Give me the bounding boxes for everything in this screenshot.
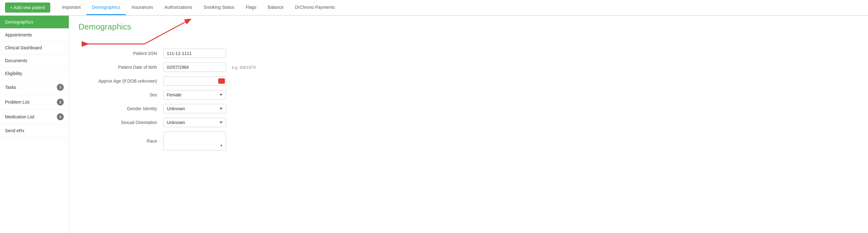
- demographics-title: Demographics: [79, 22, 131, 32]
- sidebar-item-demographics[interactable]: Demographics: [0, 16, 69, 29]
- sidebar-label-appointments: Appointments: [5, 32, 32, 37]
- main-area: DemographicsAppointmentsClinical Dashboa…: [0, 16, 868, 233]
- race-select-wrapper: WhiteBlack or African AmericanAsianNativ…: [163, 132, 226, 151]
- dob-row: Patient Date of birth e.g. 8/8/1979: [79, 63, 298, 72]
- sidebar-badge-tasks: 3: [57, 84, 64, 91]
- tab-drchrono-payments[interactable]: DrChrono Payments: [289, 0, 340, 15]
- sexual-orientation-label: Sexual Orientation: [79, 120, 160, 125]
- tab-nav: ImportantDemographicsInsurancesAuthoriza…: [57, 0, 340, 15]
- app-container: + Add new patient ImportantDemographicsI…: [0, 0, 868, 233]
- tab-smoking-status[interactable]: Smoking Status: [198, 0, 240, 15]
- sidebar-label-demographics: Demographics: [5, 20, 33, 25]
- dob-label: Patient Date of birth: [79, 65, 160, 70]
- sexual-orientation-row: Sexual Orientation UnknownStraight or he…: [79, 118, 298, 127]
- top-nav: + Add new patient ImportantDemographicsI…: [0, 0, 868, 16]
- sidebar-badge-problem-list: 2: [57, 99, 64, 105]
- approx-age-label: Approx Age (if DOB unknown): [79, 78, 160, 84]
- tab-balance[interactable]: Balance: [262, 0, 289, 15]
- sidebar-item-send-erx[interactable]: Send eRx: [0, 124, 69, 137]
- sidebar-label-medication-list: Medication List: [5, 114, 34, 119]
- tab-authorizations[interactable]: Authorizations: [159, 0, 198, 15]
- sidebar-item-problem-list[interactable]: Problem List2: [0, 95, 69, 109]
- svg-line-3: [145, 22, 185, 44]
- sex-row: Sex FemaleMaleOtherUnknown: [79, 90, 298, 100]
- sidebar-item-documents[interactable]: Documents: [0, 54, 69, 67]
- sidebar-label-problem-list: Problem List: [5, 100, 30, 105]
- gender-identity-row: Gender Identity UnknownMaleFemaleTransge…: [79, 104, 298, 113]
- approx-age-button[interactable]: ···: [218, 78, 225, 84]
- gender-identity-select[interactable]: UnknownMaleFemaleTransgender MaleTransge…: [163, 104, 226, 113]
- approx-age-row: Approx Age (if DOB unknown) ···: [79, 76, 298, 86]
- race-select[interactable]: WhiteBlack or African AmericanAsianNativ…: [163, 132, 226, 151]
- sidebar-item-tasks[interactable]: Tasks3: [0, 80, 69, 95]
- sidebar-item-appointments[interactable]: Appointments: [0, 29, 69, 41]
- add-patient-button[interactable]: + Add new patient: [5, 2, 50, 12]
- sidebar-item-medication-list[interactable]: Medication List4: [0, 109, 69, 124]
- approx-age-input[interactable]: [163, 76, 226, 86]
- sidebar-label-send-erx: Send eRx: [5, 128, 24, 133]
- sidebar-item-eligibility[interactable]: Eligibility: [0, 67, 69, 80]
- approx-age-wrapper: ···: [163, 76, 226, 86]
- ssn-row: Patient SSN: [79, 49, 298, 58]
- sidebar-label-tasks: Tasks: [5, 85, 16, 90]
- demographics-form: Patient SSN Patient Date of birth e.g. 8…: [79, 49, 298, 151]
- sidebar-badge-medication-list: 4: [57, 113, 64, 120]
- dob-hint: e.g. 8/8/1979: [232, 65, 256, 70]
- race-row: Race WhiteBlack or African AmericanAsian…: [79, 132, 298, 151]
- tab-insurances[interactable]: Insurances: [126, 0, 159, 15]
- ssn-label: Patient SSN: [79, 51, 160, 56]
- sex-select[interactable]: FemaleMaleOtherUnknown: [163, 90, 226, 100]
- dob-input[interactable]: [163, 63, 226, 72]
- tab-demographics[interactable]: Demographics: [86, 0, 126, 15]
- gender-identity-label: Gender Identity: [79, 106, 160, 111]
- sex-label: Sex: [79, 92, 160, 97]
- tab-important[interactable]: Important: [57, 0, 86, 15]
- sexual-orientation-select[interactable]: UnknownStraight or heterosexualGay or Le…: [163, 118, 226, 127]
- content-area: Demographics Patient SSN Patient Date of…: [69, 16, 868, 233]
- sidebar-label-documents: Documents: [5, 58, 27, 63]
- ssn-input[interactable]: [163, 49, 226, 58]
- race-label: Race: [79, 138, 160, 143]
- tab-flags[interactable]: Flags: [240, 0, 262, 15]
- sidebar-label-clinical-dashboard: Clinical Dashboard: [5, 45, 42, 50]
- annotation-container: Demographics: [79, 22, 859, 39]
- sidebar-item-clinical-dashboard[interactable]: Clinical Dashboard: [0, 41, 69, 54]
- sidebar: DemographicsAppointmentsClinical Dashboa…: [0, 16, 69, 233]
- sidebar-label-eligibility: Eligibility: [5, 71, 22, 76]
